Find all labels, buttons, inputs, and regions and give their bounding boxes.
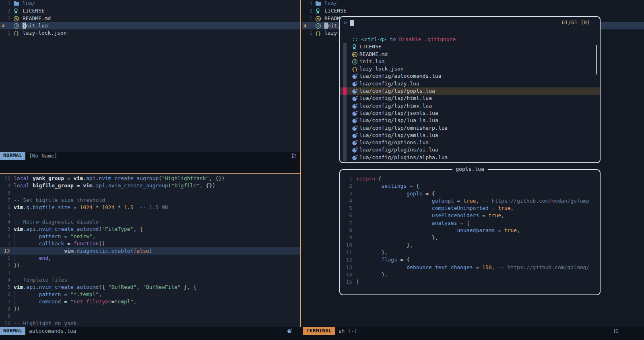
file-name: LICENSE: [23, 7, 45, 15]
code-line[interactable]: 6vim.g.bigfile_size = 1024 * 1024 * 1.5 …: [0, 204, 300, 211]
line-number: 6: [0, 291, 10, 298]
code-line[interactable]: 6 pattern = "*.templ",: [0, 291, 300, 298]
code-text: local bigfile_group = vim.api.nvim_creat…: [14, 182, 215, 189]
line-number: 7: [0, 298, 10, 305]
explorer-row[interactable]: 1{}lazy-lock.json: [0, 29, 300, 37]
code-line[interactable]: 10local yank_group = vim.api.nvim_create…: [0, 175, 300, 182]
indent-guide: [14, 248, 14, 254]
lua-moon-icon: [352, 103, 358, 109]
explorer-row[interactable]: 2LICENSE: [302, 7, 644, 15]
line-number: 2: [343, 182, 352, 190]
entry-gutter: [343, 132, 347, 139]
telescope-item[interactable]: README.md: [340, 51, 600, 58]
telescope-item[interactable]: init.lua: [340, 58, 600, 65]
explorer-row[interactable]: 1README.md: [0, 15, 300, 22]
lua-moon-icon: [352, 155, 358, 161]
lua-circle-icon: [315, 23, 322, 29]
lua-moon-icon: [352, 140, 358, 146]
lua-moon-icon: [352, 147, 358, 153]
telescope-item-selected[interactable]: lua/config/lsp/gopls.lua: [340, 87, 600, 95]
explorer-row[interactable]: 2LICENSE: [0, 7, 300, 15]
file-name: lua/: [23, 0, 35, 7]
telescope-item[interactable]: LICENSE: [340, 43, 600, 50]
preview-code-line: 12 flags = {: [340, 256, 600, 263]
code-line[interactable]: 5: [0, 211, 300, 218]
code-line[interactable]: 8}): [0, 305, 300, 313]
code-text: pattern = "netrw",: [14, 233, 96, 240]
lua-moon-icon: [352, 133, 358, 139]
telescope-item[interactable]: lua/config/lsp/yamlls.lua: [340, 132, 600, 139]
code-text: analyses = {: [356, 220, 470, 227]
code-line[interactable]: 7-- Set bigfile size threshold: [0, 197, 300, 204]
line-number: 8: [343, 227, 352, 234]
telescope-item[interactable]: lua/config/lsp/htmx.lua: [340, 102, 600, 110]
code-line[interactable]: 4-- Netrw diagnostic disable: [0, 218, 300, 226]
file-path: README.md: [359, 51, 388, 58]
lua-circle-icon: [13, 23, 20, 29]
telescope-item[interactable]: lua/config/lsp/omnisharp.lua: [340, 124, 600, 132]
code-text: usePlaceholders = true,: [356, 212, 504, 219]
code-line[interactable]: 5vim.api.nvim_create_autocmd({ "BufRead"…: [0, 284, 300, 291]
telescope-results[interactable]: :: <ctrl-g> to Disable .gitignoreLICENSE…: [340, 36, 600, 162]
telescope-item[interactable]: lua/config/plugins/ai.lua: [340, 146, 600, 153]
statusline-file: [No Name]: [29, 152, 57, 160]
file-explorer-left[interactable]: 3lua/2LICENSE1README.md4init.lua1{}lazy-…: [0, 0, 300, 37]
line-number: 4: [302, 22, 312, 29]
file-name: lua/: [324, 0, 337, 7]
code-line[interactable]: 2 pattern = "netrw",: [0, 233, 300, 240]
telescope-item[interactable]: lua/config/lsp/jsonls.lua: [340, 110, 600, 117]
file-name: LICENSE: [324, 7, 347, 15]
preview-code-line: 7 analyses = {: [340, 220, 600, 227]
line-number: 3: [302, 0, 312, 7]
lua-moon-icon: [352, 110, 358, 116]
line-number: 7: [0, 197, 10, 204]
code-line[interactable]: 9local bigfile_group = vim.api.nvim_crea…: [0, 182, 300, 189]
telescope-prompt[interactable]: > 61/61 (0): [340, 17, 600, 31]
entry-gutter: [343, 80, 347, 87]
indent-guide: [14, 291, 14, 298]
file-path: lua/config/plugins/ai.lua: [359, 146, 438, 153]
code-line[interactable]: 10-- Highlight on yank: [0, 320, 300, 327]
line-number: 1: [0, 240, 10, 247]
lua-icon: [287, 328, 292, 336]
code-line[interactable]: 3vim.api.nvim_create_autocmd("FileType",…: [0, 226, 300, 233]
indent-guide: [14, 255, 14, 261]
code-line[interactable]: 7 command = "set filetype=templ",: [0, 298, 300, 305]
explorer-row[interactable]: 4init.lua: [0, 22, 300, 29]
preview-code-line: 13 debounce_text_changes = 150, -- https…: [340, 264, 600, 271]
code-line[interactable]: 1 callback = function(): [0, 240, 300, 247]
telescope-item[interactable]: lua/config/plugins/alpha.lua: [340, 154, 600, 161]
code-line[interactable]: 2}): [0, 262, 300, 269]
explorer-row[interactable]: 3lua/: [302, 0, 644, 7]
telescope-item[interactable]: {}lazy-lock.json: [340, 65, 600, 73]
telescope-item[interactable]: lua/config/lsp/html.lua: [340, 95, 600, 102]
entry-gutter: [343, 146, 347, 153]
explorer-row[interactable]: 3lua/: [0, 0, 300, 7]
list-lines-icon: [614, 328, 619, 336]
line-number: 10: [0, 320, 10, 327]
entry-gutter: [343, 58, 347, 65]
line-number: 5: [343, 205, 352, 212]
lua-moon-icon: [352, 73, 358, 79]
markdown-icon: [352, 52, 358, 58]
line-number: 1: [343, 175, 352, 182]
telescope-item[interactable]: lua/config/lsp/lua_ls.lua: [340, 117, 600, 124]
results-scrollbar[interactable]: [596, 45, 597, 75]
telescope-item[interactable]: lua/config/lazy.lua: [340, 80, 600, 87]
code-line[interactable]: 8: [0, 189, 300, 197]
line-number: 5: [0, 211, 10, 218]
code-line[interactable]: 9: [0, 313, 300, 320]
code-line[interactable]: 13 vim.diagnostic.enable(false): [0, 247, 300, 255]
telescope-item[interactable]: lua/config/options.lua: [340, 139, 600, 146]
line-number: 10: [0, 175, 10, 182]
code-line[interactable]: 3: [0, 269, 300, 276]
telescope-item[interactable]: lua/config/autocomands.lua: [340, 73, 600, 80]
code-window-autocommands[interactable]: 10local yank_group = vim.api.nvim_create…: [0, 175, 300, 327]
preview-code-line: 11 },: [340, 249, 600, 256]
preview-code-line: 15}: [340, 278, 600, 286]
code-line[interactable]: 4-- Template files: [0, 276, 300, 284]
file-path: lua/config/lsp/html.lua: [359, 95, 432, 102]
code-line[interactable]: 1 end,: [0, 255, 300, 262]
json-braces-icon: {}: [315, 30, 322, 36]
file-path: lua/config/lsp/htmx.lua: [359, 102, 432, 110]
